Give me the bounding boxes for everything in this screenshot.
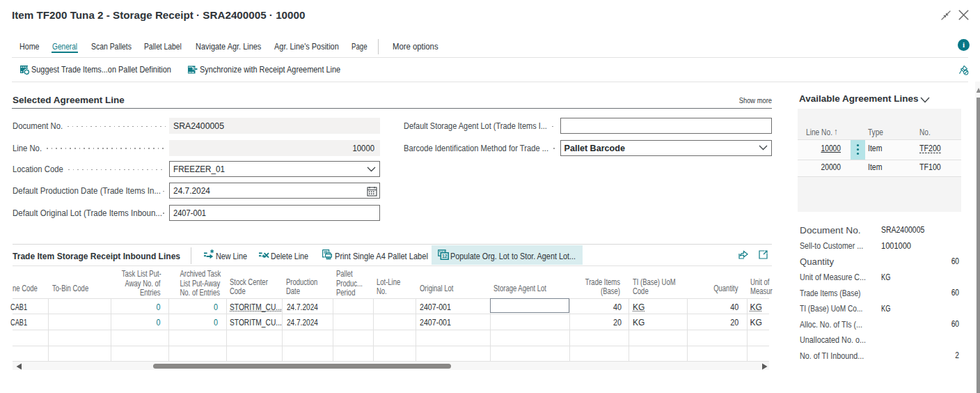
svg-text:12: 12 [442, 254, 448, 259]
